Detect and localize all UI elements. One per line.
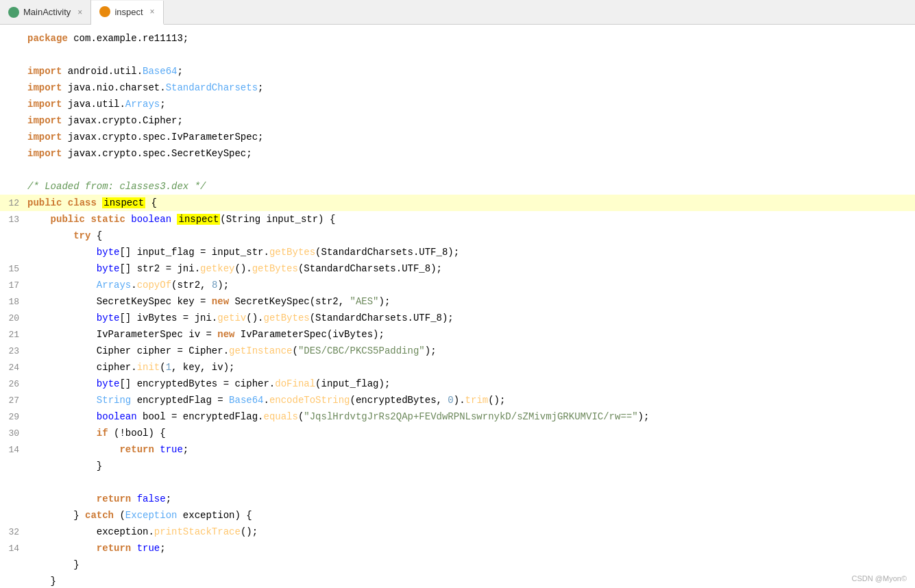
tab-main-activity[interactable]: MainActivity ×: [0, 0, 91, 24]
class-decl-line: 12 public class inspect {: [0, 195, 915, 211]
watermark: CSDN @Myon©: [852, 574, 907, 583]
method-decl-line: 13 public static boolean inspect(String …: [0, 211, 915, 228]
code-line-returnfalse: return false;: [0, 491, 915, 507]
blank-line-2: [0, 162, 915, 178]
import-3: import java.util.Arrays;: [0, 96, 915, 112]
blank-line-3: [0, 474, 915, 491]
code-line-closeif: }: [0, 458, 915, 474]
tab-main-activity-close[interactable]: ×: [77, 8, 82, 17]
blank-line-1: [0, 47, 915, 63]
inspect-icon: [99, 6, 110, 17]
import-5: import javax.crypto.spec.IvParameterSpec…: [0, 129, 915, 145]
code-line-catch: } catch (Exception exception) {: [0, 507, 915, 524]
tab-inspect-label: inspect: [114, 7, 143, 17]
code-line-closemethod: }: [0, 573, 915, 588]
try-line: try {: [0, 228, 915, 244]
tab-inspect[interactable]: inspect ×: [91, 1, 163, 25]
code-line-30: 30 if (!bool) {: [0, 425, 915, 441]
main-activity-icon: [8, 7, 19, 18]
code-line-15: 15 byte[] str2 = jni.getkey().getBytes(S…: [0, 260, 915, 277]
code-line-32: 32 exception.printStackTrace();: [0, 524, 915, 540]
code-line-17: 17 Arrays.copyOf(str2, 8);: [0, 277, 915, 293]
code-line-21: 21 IvParameterSpec iv = new IvParameterS…: [0, 326, 915, 343]
code-line-24: 24 cipher.init(1, key, iv);: [0, 359, 915, 376]
tab-main-activity-label: MainActivity: [23, 7, 71, 17]
code-line-inputflag: byte[] input_flag = input_str.getBytes(S…: [0, 244, 915, 260]
code-area: package com.example.re11113; import andr…: [0, 25, 915, 588]
tab-bar: MainActivity × inspect ×: [0, 0, 915, 25]
code-line-14b: 14 return true;: [0, 540, 915, 556]
code-line-18: 18 SecretKeySpec key = new SecretKeySpec…: [0, 293, 915, 310]
code-line-23: 23 Cipher cipher = Cipher.getInstance("D…: [0, 343, 915, 359]
comment-line: /* Loaded from: classes3.dex */: [0, 178, 915, 195]
code-line-29: 29 boolean bool = encryptedFlag.equals("…: [0, 408, 915, 425]
code-line-14a: 14 return true;: [0, 441, 915, 458]
import-2: import java.nio.charset.StandardCharsets…: [0, 79, 915, 96]
import-4: import javax.crypto.Cipher;: [0, 112, 915, 129]
import-1: import android.util.Base64;: [0, 63, 915, 79]
tab-inspect-close[interactable]: ×: [150, 7, 155, 16]
code-line-27a: 27 String encryptedFlag = Base64.encodeT…: [0, 392, 915, 408]
code-line-20: 20 byte[] ivBytes = jni.getiv().getBytes…: [0, 310, 915, 326]
code-line-26: 26 byte[] encryptedBytes = cipher.doFina…: [0, 376, 915, 392]
package-line: package com.example.re11113;: [0, 30, 915, 47]
code-line-closecatch: }: [0, 556, 915, 573]
code-content: package com.example.re11113; import andr…: [0, 25, 915, 588]
import-6: import javax.crypto.spec.SecretKeySpec;: [0, 145, 915, 162]
